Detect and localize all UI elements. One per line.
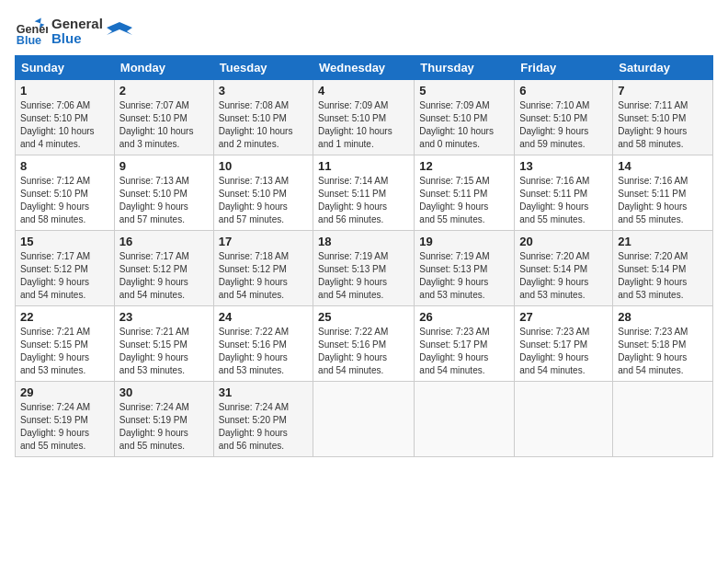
calendar-week-1: 1Sunrise: 7:06 AMSunset: 5:10 PMDaylight… (16, 80, 713, 155)
day-number: 19 (419, 235, 509, 248)
logo-general: General (51, 17, 103, 32)
day-info: Sunrise: 7:21 AMSunset: 5:15 PMDaylight:… (20, 326, 109, 377)
logo-bird-icon (107, 18, 132, 44)
calendar-cell: 13Sunrise: 7:16 AMSunset: 5:11 PMDayligh… (515, 155, 613, 231)
day-info: Sunrise: 7:20 AMSunset: 5:14 PMDaylight:… (519, 250, 608, 302)
day-info: Sunrise: 7:17 AMSunset: 5:12 PMDaylight:… (20, 250, 109, 302)
day-info: Sunrise: 7:07 AMSunset: 5:10 PMDaylight:… (119, 99, 209, 151)
calendar-cell (613, 382, 713, 457)
day-number: 31 (219, 385, 308, 399)
day-number: 24 (219, 310, 308, 324)
day-info: Sunrise: 7:18 AMSunset: 5:12 PMDaylight:… (219, 250, 308, 302)
calendar-cell: 4Sunrise: 7:09 AMSunset: 5:10 PMDaylight… (313, 80, 415, 155)
day-number: 9 (119, 159, 209, 173)
svg-marker-3 (107, 22, 132, 35)
day-number: 11 (318, 159, 409, 173)
calendar-cell: 29Sunrise: 7:24 AMSunset: 5:19 PMDayligh… (16, 382, 115, 457)
day-info: Sunrise: 7:08 AMSunset: 5:10 PMDaylight:… (219, 99, 308, 151)
calendar-cell: 30Sunrise: 7:24 AMSunset: 5:19 PMDayligh… (114, 382, 213, 457)
day-info: Sunrise: 7:23 AMSunset: 5:17 PMDaylight:… (419, 326, 509, 377)
day-info: Sunrise: 7:24 AMSunset: 5:19 PMDaylight:… (119, 401, 209, 453)
calendar-cell: 5Sunrise: 7:09 AMSunset: 5:10 PMDaylight… (415, 80, 515, 155)
calendar-cell: 21Sunrise: 7:20 AMSunset: 5:14 PMDayligh… (613, 231, 713, 306)
day-number: 22 (20, 310, 109, 324)
logo-icon: General Blue (15, 15, 48, 48)
calendar-week-2: 8Sunrise: 7:12 AMSunset: 5:10 PMDaylight… (16, 155, 713, 231)
day-info: Sunrise: 7:09 AMSunset: 5:10 PMDaylight:… (318, 99, 409, 151)
calendar-cell: 15Sunrise: 7:17 AMSunset: 5:12 PMDayligh… (16, 231, 115, 306)
day-number: 10 (219, 159, 308, 173)
day-info: Sunrise: 7:13 AMSunset: 5:10 PMDaylight:… (219, 175, 308, 226)
day-number: 6 (519, 84, 608, 98)
calendar-cell: 28Sunrise: 7:23 AMSunset: 5:18 PMDayligh… (613, 306, 713, 382)
calendar-cell: 18Sunrise: 7:19 AMSunset: 5:13 PMDayligh… (313, 231, 415, 306)
day-number: 27 (519, 310, 608, 324)
header-friday: Friday (515, 56, 613, 80)
day-info: Sunrise: 7:10 AMSunset: 5:10 PMDaylight:… (519, 99, 608, 151)
calendar-cell: 14Sunrise: 7:16 AMSunset: 5:11 PMDayligh… (613, 155, 713, 231)
header-wednesday: Wednesday (313, 56, 415, 80)
header-tuesday: Tuesday (213, 56, 313, 80)
calendar-cell (313, 382, 415, 457)
calendar-cell: 16Sunrise: 7:17 AMSunset: 5:12 PMDayligh… (114, 231, 213, 306)
day-info: Sunrise: 7:20 AMSunset: 5:14 PMDaylight:… (618, 250, 708, 302)
day-number: 8 (20, 159, 109, 173)
calendar-cell: 24Sunrise: 7:22 AMSunset: 5:16 PMDayligh… (213, 306, 313, 382)
calendar-cell: 26Sunrise: 7:23 AMSunset: 5:17 PMDayligh… (415, 306, 515, 382)
day-info: Sunrise: 7:16 AMSunset: 5:11 PMDaylight:… (519, 175, 608, 226)
header-sunday: Sunday (16, 56, 115, 80)
day-number: 2 (119, 84, 209, 98)
calendar-week-3: 15Sunrise: 7:17 AMSunset: 5:12 PMDayligh… (16, 231, 713, 306)
header-saturday: Saturday (613, 56, 713, 80)
day-number: 25 (318, 310, 409, 324)
calendar-cell: 23Sunrise: 7:21 AMSunset: 5:15 PMDayligh… (114, 306, 213, 382)
calendar-cell: 7Sunrise: 7:11 AMSunset: 5:10 PMDaylight… (613, 80, 713, 155)
calendar-week-5: 29Sunrise: 7:24 AMSunset: 5:19 PMDayligh… (16, 382, 713, 457)
day-info: Sunrise: 7:16 AMSunset: 5:11 PMDaylight:… (618, 175, 708, 226)
day-number: 14 (618, 159, 708, 173)
header-thursday: Thursday (415, 56, 515, 80)
day-number: 15 (20, 235, 109, 248)
day-info: Sunrise: 7:23 AMSunset: 5:17 PMDaylight:… (519, 326, 608, 377)
calendar-cell: 2Sunrise: 7:07 AMSunset: 5:10 PMDaylight… (114, 80, 213, 155)
day-info: Sunrise: 7:15 AMSunset: 5:11 PMDaylight:… (419, 175, 509, 226)
day-info: Sunrise: 7:19 AMSunset: 5:13 PMDaylight:… (419, 250, 509, 302)
day-info: Sunrise: 7:14 AMSunset: 5:11 PMDaylight:… (318, 175, 409, 226)
calendar-cell (415, 382, 515, 457)
day-info: Sunrise: 7:06 AMSunset: 5:10 PMDaylight:… (20, 99, 109, 151)
day-number: 13 (519, 159, 608, 173)
calendar-cell: 17Sunrise: 7:18 AMSunset: 5:12 PMDayligh… (213, 231, 313, 306)
day-info: Sunrise: 7:17 AMSunset: 5:12 PMDaylight:… (119, 250, 209, 302)
day-info: Sunrise: 7:09 AMSunset: 5:10 PMDaylight:… (419, 99, 509, 151)
calendar-cell: 20Sunrise: 7:20 AMSunset: 5:14 PMDayligh… (515, 231, 613, 306)
calendar-cell: 25Sunrise: 7:22 AMSunset: 5:16 PMDayligh… (313, 306, 415, 382)
header-monday: Monday (114, 56, 213, 80)
day-info: Sunrise: 7:24 AMSunset: 5:20 PMDaylight:… (219, 401, 308, 453)
calendar-cell: 9Sunrise: 7:13 AMSunset: 5:10 PMDaylight… (114, 155, 213, 231)
day-info: Sunrise: 7:12 AMSunset: 5:10 PMDaylight:… (20, 175, 109, 226)
day-number: 12 (419, 159, 509, 173)
calendar-table: SundayMondayTuesdayWednesdayThursdayFrid… (15, 55, 713, 457)
calendar-cell: 1Sunrise: 7:06 AMSunset: 5:10 PMDaylight… (16, 80, 115, 155)
day-number: 1 (20, 84, 109, 98)
day-info: Sunrise: 7:11 AMSunset: 5:10 PMDaylight:… (618, 99, 708, 151)
day-number: 5 (419, 84, 509, 98)
calendar-header-row: SundayMondayTuesdayWednesdayThursdayFrid… (16, 56, 713, 80)
day-number: 29 (20, 385, 109, 399)
day-number: 23 (119, 310, 209, 324)
calendar-week-4: 22Sunrise: 7:21 AMSunset: 5:15 PMDayligh… (16, 306, 713, 382)
day-number: 17 (219, 235, 308, 248)
day-number: 7 (618, 84, 708, 98)
day-number: 18 (318, 235, 409, 248)
svg-text:Blue: Blue (17, 34, 41, 47)
calendar-cell: 31Sunrise: 7:24 AMSunset: 5:20 PMDayligh… (213, 382, 313, 457)
calendar-cell: 12Sunrise: 7:15 AMSunset: 5:11 PMDayligh… (415, 155, 515, 231)
calendar-cell: 19Sunrise: 7:19 AMSunset: 5:13 PMDayligh… (415, 231, 515, 306)
day-number: 20 (519, 235, 608, 248)
day-number: 21 (618, 235, 708, 248)
calendar-cell: 3Sunrise: 7:08 AMSunset: 5:10 PMDaylight… (213, 80, 313, 155)
day-info: Sunrise: 7:21 AMSunset: 5:15 PMDaylight:… (119, 326, 209, 377)
calendar-cell: 10Sunrise: 7:13 AMSunset: 5:10 PMDayligh… (213, 155, 313, 231)
day-info: Sunrise: 7:13 AMSunset: 5:10 PMDaylight:… (119, 175, 209, 226)
day-number: 3 (219, 84, 308, 98)
